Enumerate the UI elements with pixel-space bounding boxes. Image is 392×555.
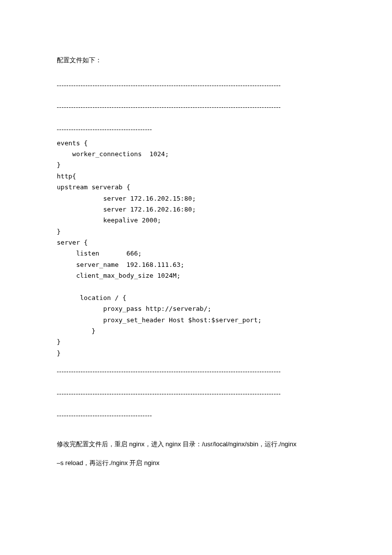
divider-bottom-1: ----------------------------------------… (57, 366, 338, 378)
footer-line-2: –s reload，再运行./nginx 开启 nginx (57, 459, 159, 467)
divider-bottom-2: ----------------------------------------… (57, 388, 338, 400)
footer-line-1: 修改完配置文件后，重启 nginx，进入 nginx 目录：/usr/local… (57, 440, 296, 448)
config-code: events { worker_connections 1024; } http… (57, 138, 338, 359)
divider-top-1: ----------------------------------------… (57, 80, 338, 92)
footer-paragraph: 修改完配置文件后，重启 nginx，进入 nginx 目录：/usr/local… (57, 435, 338, 472)
divider-top-2: ----------------------------------------… (57, 101, 338, 114)
divider-top-3: ---------------------------------------- (57, 124, 338, 136)
divider-bottom-3: ---------------------------------------- (57, 410, 338, 422)
heading-text: 配置文件如下： (57, 54, 338, 67)
